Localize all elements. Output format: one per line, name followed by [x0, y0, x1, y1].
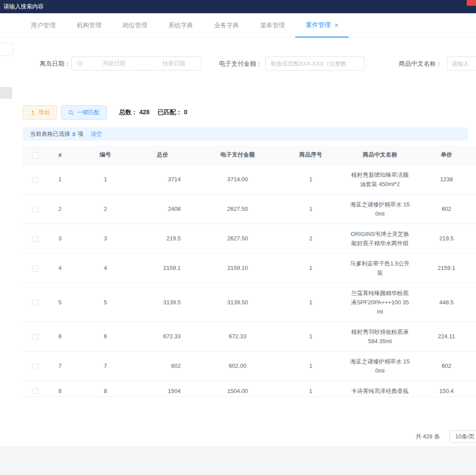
cell-total-price: 219.5 [138, 224, 187, 253]
cell-code: 1 [72, 165, 138, 194]
tab-item[interactable]: 机构管理 [66, 13, 112, 37]
row-checkbox[interactable] [32, 177, 38, 183]
data-table: # 编号 总价 电子支付金额 商品序号 商品中文名称 单价 1 1 3714 3… [23, 146, 476, 397]
selection-count: 0 [72, 131, 75, 138]
cell-product-name: 海蓝之谜修护精萃水 150ml [333, 194, 427, 224]
cell-epay-amount: 2159.10 [187, 253, 288, 283]
tab-item[interactable]: 系统字典 [158, 13, 204, 37]
date-range-picker[interactable]: 开始日期 - 结束日期 [71, 56, 201, 71]
top-search-bar[interactable]: 请输入搜索内容 [0, 0, 476, 13]
export-button-label: 导出 [38, 108, 50, 116]
table-row: 1 1 3714 3714.00 1 植村秀新琥珀臻萃洁颜油套装 450ml*2… [23, 165, 476, 194]
cell-product-seq: 1 [288, 322, 333, 351]
row-checkbox-cell [23, 165, 48, 194]
table-row: 5 5 3139.5 3139.50 1 兰蔻菁纯臻颜精华粉底液SPF20PA+… [23, 283, 476, 322]
tab-label: 机构管理 [77, 22, 101, 30]
header-checkbox-cell [23, 146, 48, 165]
cell-code: 2 [72, 194, 138, 224]
page-size-value: 10条/页 [455, 433, 475, 440]
cell-total-price: 3714 [138, 165, 187, 194]
cell-total-price: 3139.5 [138, 283, 187, 322]
tab-label: 菜单管理 [260, 22, 285, 30]
row-checkbox[interactable] [32, 266, 38, 272]
cell-epay-amount: 602.00 [187, 351, 288, 381]
date-end-placeholder[interactable]: 结束日期 [147, 60, 201, 67]
cell-product-name: ORIGINS韦博士灵芝焕能好底子精华水两件组 [333, 224, 427, 253]
cell-product-name: 卡诗菁纯亮泽经典香氛 [333, 381, 427, 397]
export-button[interactable]: 导出 [23, 105, 57, 120]
cell-product-seq: 1 [288, 381, 333, 397]
row-checkbox[interactable] [32, 236, 38, 242]
selection-unit: 项 [78, 130, 83, 138]
product-name-input[interactable] [447, 56, 476, 71]
cell-index: 8 [48, 381, 72, 397]
cell-code: 6 [72, 322, 138, 351]
cell-epay-amount: 2627.50 [187, 194, 288, 224]
cell-epay-amount: 3714.00 [187, 165, 288, 194]
tab-close-icon[interactable]: × [335, 22, 338, 29]
cell-product-seq: 1 [288, 283, 333, 322]
cell-unit-price: 2159.1 [427, 253, 476, 283]
content-panel: 离岛日期： 开始日期 - 结束日期 电子支付金额： 商品中文名称： 导出 一键匹… [13, 38, 476, 446]
page-background [0, 446, 476, 475]
date-start-placeholder[interactable]: 开始日期 [87, 60, 141, 67]
one-click-match-button[interactable]: 一键匹配 [61, 105, 107, 120]
row-checkbox-cell [23, 381, 48, 397]
match-button-label: 一键匹配 [77, 108, 100, 116]
table-row: 6 6 672.33 672.33 1 植村秀羽纱持妆粉底液 584 35ml … [23, 322, 476, 351]
left-scrollbar-thumb[interactable] [0, 87, 12, 99]
selection-prefix: 当前表格已选择 [30, 130, 70, 138]
table-row: 4 4 2159.1 2159.10 1 马爹利蓝带干邑1.5公升装 2159.… [23, 253, 476, 283]
row-checkbox-cell [23, 253, 48, 283]
cell-epay-amount: 672.33 [187, 322, 288, 351]
cell-total-price: 1504 [138, 381, 187, 397]
tab-item[interactable]: 岗位管理 [112, 13, 158, 37]
header-unit-price: 单价 [427, 146, 476, 165]
cell-index: 4 [48, 253, 72, 283]
tab-item[interactable]: 菜单管理 [249, 13, 295, 37]
cell-product-seq: 1 [288, 351, 333, 381]
tab-label: 岗位管理 [123, 22, 147, 30]
tab-item[interactable]: 案件管理 × [295, 13, 349, 37]
row-checkbox[interactable] [32, 388, 38, 394]
tab-label: 案件管理 [306, 21, 331, 29]
clock-icon [77, 60, 83, 67]
export-icon [30, 110, 36, 116]
row-checkbox[interactable] [32, 334, 38, 340]
cell-index: 5 [48, 283, 72, 322]
cell-epay-amount: 1504.00 [187, 381, 288, 397]
cell-total-price: 2408 [138, 194, 187, 224]
table-header-row: # 编号 总价 电子支付金额 商品序号 商品中文名称 单价 [23, 146, 476, 165]
header-index: # [48, 146, 72, 165]
tab-bar: 用户管理 机构管理 岗位管理 系统字典 业务字典 菜单管理 案件管理 × [0, 13, 476, 38]
cell-total-price: 602 [138, 351, 187, 381]
page-size-select[interactable]: 10条/页 [450, 430, 476, 443]
cell-product-name: 海蓝之谜修护精萃水 150ml [333, 351, 427, 381]
cell-unit-price: 150.4 [427, 381, 476, 397]
matched-value: 0 [184, 108, 187, 116]
date-separator: - [141, 60, 146, 67]
clear-selection-link[interactable]: 清空 [90, 130, 102, 138]
cell-code: 5 [72, 283, 138, 322]
cell-index: 7 [48, 351, 72, 381]
header-product-seq: 商品序号 [288, 146, 333, 165]
tab-item[interactable]: 用户管理 [20, 13, 66, 37]
cell-index: 6 [48, 322, 72, 351]
cell-unit-price: 602 [427, 194, 476, 224]
tab-item[interactable]: 业务字典 [204, 13, 249, 37]
row-checkbox-cell [23, 351, 48, 381]
collapsed-panel-handle[interactable] [0, 43, 13, 56]
cell-product-name: 植村秀羽纱持妆粉底液 584 35ml [333, 322, 427, 351]
row-checkbox[interactable] [32, 363, 38, 370]
row-checkbox[interactable] [32, 299, 38, 306]
table-body: 1 1 3714 3714.00 1 植村秀新琥珀臻萃洁颜油套装 450ml*2… [23, 165, 476, 397]
row-checkbox-cell [23, 224, 48, 253]
header-product-name: 商品中文名称 [333, 146, 427, 165]
filter-date-label: 离岛日期： [40, 56, 71, 71]
select-all-checkbox[interactable] [32, 152, 38, 158]
amount-input[interactable] [265, 56, 364, 71]
header-epay-amount: 电子支付金额 [187, 146, 288, 165]
filter-amount-label: 电子支付金额： [219, 56, 262, 71]
cell-product-seq: 1 [288, 194, 333, 224]
row-checkbox[interactable] [32, 206, 38, 213]
